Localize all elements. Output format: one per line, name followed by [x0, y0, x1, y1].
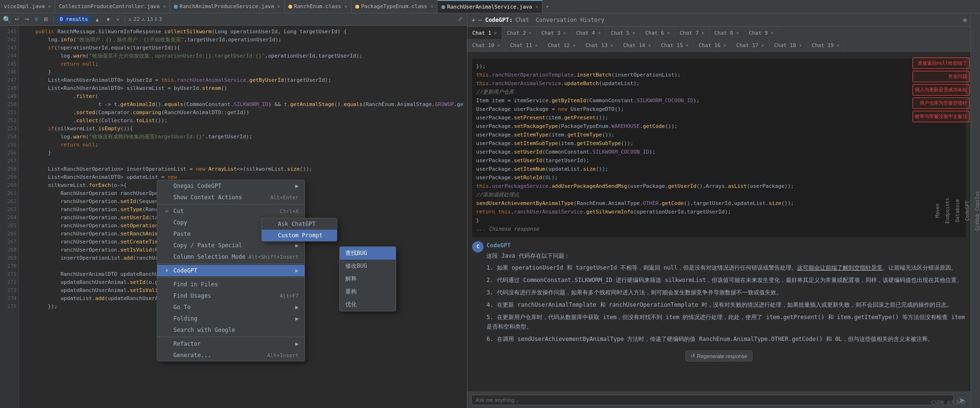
next-result[interactable]: ▼	[104, 16, 113, 23]
menu-find-files[interactable]: Find in Files	[157, 279, 304, 290]
chat-tab-5[interactable]: Chat 5×	[606, 27, 640, 39]
menu-optimize[interactable]: 优化	[340, 298, 396, 311]
chat-input[interactable]	[471, 395, 954, 405]
close-icon[interactable]: ×	[598, 30, 600, 36]
menu-find-usages[interactable]: Find Usages Alt+F7	[157, 290, 304, 301]
chat-tab-2[interactable]: Chat 2×	[502, 27, 537, 39]
cut-icon: ✂	[163, 208, 171, 214]
menu-folding[interactable]: Folding ▶	[157, 313, 304, 324]
tab-ranchuseranimal[interactable]: RanchUserAnimalService.java ×	[438, 0, 542, 13]
menu-column-select[interactable]: Column Selection Mode Alt+Shift+Insert	[157, 251, 304, 262]
menu-codegpt[interactable]: ⚡ CodeGPT ▶	[157, 265, 304, 276]
close-icon[interactable]: ×	[48, 4, 51, 9]
codegpt-side-label[interactable]: CodeGPT	[965, 201, 970, 221]
menu-refactor2[interactable]: 重构	[340, 285, 396, 298]
chat-tab-19[interactable]: Chat 19×	[807, 39, 845, 51]
close-icon[interactable]: ×	[163, 4, 166, 9]
chat-tab-4[interactable]: Chat 4×	[571, 27, 606, 39]
settings-icon[interactable]: ⚙	[963, 17, 967, 23]
close-icon[interactable]: ×	[277, 4, 280, 9]
codegpt-submenu: Ask ChatGPT Custom Prompt	[261, 218, 337, 242]
close-icon[interactable]: ×	[535, 4, 538, 10]
chat-tab-9[interactable]: Chat 9×	[744, 27, 779, 39]
close-icon[interactable]: ×	[702, 30, 704, 36]
menu-fix-bug[interactable]: 修改BUG	[340, 260, 396, 272]
prev-result[interactable]: ▲	[93, 16, 102, 23]
close-icon[interactable]: ×	[799, 43, 802, 48]
close-icon[interactable]: ×	[771, 30, 773, 36]
menu-onegai[interactable]: Onegai CodeGPT ▶	[157, 180, 304, 192]
code-line: userPackage.setItemSubType(item.getItemS…	[476, 139, 962, 148]
conversation-history-btn[interactable]: Conversation History	[536, 17, 605, 23]
chat-tab-10[interactable]: Chat 10×	[467, 39, 505, 51]
menu-generate[interactable]: Generate... Alt+Insert	[157, 350, 304, 361]
search-icon[interactable]: 🔍	[3, 16, 11, 23]
expand-btn[interactable]: ⤢	[456, 15, 464, 23]
close-icon[interactable]: ×	[344, 4, 347, 9]
chat-tab-13[interactable]: Chat 13×	[580, 39, 618, 51]
chat-tab-16[interactable]: Chat 16×	[694, 39, 732, 51]
tab-ranchanimal[interactable]: RanchAnimalProduceService.java ×	[170, 0, 285, 13]
menu-label: Column Selection Mode	[173, 253, 246, 260]
tab-packagetype[interactable]: PackageTypeEnum.class ×	[352, 0, 438, 13]
chat-tab-18[interactable]: Chat 18×	[769, 39, 807, 51]
close-icon[interactable]: ×	[529, 30, 532, 36]
close-icon[interactable]: ×	[497, 43, 500, 48]
close-icon[interactable]: ×	[535, 43, 538, 48]
database-label[interactable]: Database	[955, 199, 960, 222]
menu-explain[interactable]: 解释	[340, 272, 396, 285]
chat-tab-15[interactable]: Chat 15×	[656, 39, 694, 51]
close-icon[interactable]: ×	[723, 43, 726, 48]
close-icon[interactable]: ×	[494, 30, 497, 36]
minus-icon[interactable]: −	[478, 16, 482, 24]
menu-custom-prompt[interactable]: Custom Prompt	[262, 230, 337, 241]
chat-tab-7[interactable]: Chat 7×	[675, 27, 710, 39]
tab-viceimpl[interactable]: viceImpl.java ×	[0, 0, 55, 13]
menu-goto[interactable]: Go To ▶	[157, 301, 304, 313]
more-tabs-btn[interactable]: ▾	[542, 3, 552, 10]
bookmark-btn[interactable]: ⊞	[42, 15, 50, 23]
word-wrap-btn[interactable]: W	[33, 16, 40, 22]
chat-tab-8[interactable]: Chat 8×	[710, 27, 744, 39]
redo-btn[interactable]: ↪	[23, 15, 31, 23]
code-line: public RanchMessage.SilkwormInfoResponse…	[23, 28, 463, 36]
menu-ask-chatgpt[interactable]: Ask ChatGPT	[262, 218, 337, 230]
endpoints-label[interactable]: Endpoints	[945, 198, 950, 223]
menu-search-google[interactable]: Search with Google	[157, 324, 304, 336]
close-icon[interactable]: ×	[572, 43, 575, 48]
menu-separator	[157, 277, 304, 278]
github-copilot-label[interactable]: GitHub Copilot	[975, 191, 980, 231]
code-block: }); this.ranchUserOperationTemplate.inse…	[472, 58, 966, 237]
close-icon[interactable]: ×	[686, 43, 689, 48]
code-line: log.warn("牧场蚕茧不允许你发收集，operationUserId:{}…	[23, 52, 463, 60]
plus-icon[interactable]: +	[471, 16, 475, 24]
maven-label[interactable]: Maven	[935, 204, 940, 218]
tab-ranchenum[interactable]: RanchEnum.class ×	[285, 0, 352, 13]
close-icon[interactable]: ×	[632, 30, 635, 36]
warning-icon: ⚠	[128, 16, 132, 22]
chat-tab-3[interactable]: Chat 3×	[537, 27, 571, 39]
chat-tab-17[interactable]: Chat 17×	[732, 39, 769, 51]
chat-label[interactable]: Chat	[515, 17, 529, 23]
chat-tab-11[interactable]: Chat 11×	[505, 39, 543, 51]
menu-context-actions[interactable]: Show Context Actions Alt+Enter	[157, 192, 304, 203]
close-icon[interactable]: ×	[430, 4, 433, 9]
menu-refactor[interactable]: Refactor ▶	[157, 338, 304, 350]
close-search[interactable]: ×	[114, 16, 121, 23]
close-icon[interactable]: ×	[648, 43, 651, 48]
close-icon[interactable]: ×	[667, 30, 670, 36]
chat-tab-1[interactable]: Chat 1×	[467, 27, 502, 39]
close-icon[interactable]: ×	[610, 43, 613, 48]
menu-cut[interactable]: ✂ Cut Ctrl+X	[157, 205, 304, 217]
chat-tab-12[interactable]: Chat 12×	[543, 39, 580, 51]
undo-btn[interactable]: ↩	[13, 15, 21, 23]
close-icon[interactable]: ×	[736, 30, 739, 36]
chat-tab-6[interactable]: Chat 6×	[640, 27, 675, 39]
close-icon[interactable]: ×	[837, 43, 839, 48]
chat-tab-14[interactable]: Chat 14×	[618, 39, 656, 51]
close-icon[interactable]: ×	[761, 43, 764, 48]
tab-collection[interactable]: CollectionProduceController.java ×	[55, 0, 170, 13]
regenerate-button[interactable]: ↺ Regenerate response	[685, 350, 752, 361]
close-icon[interactable]: ×	[563, 30, 566, 36]
menu-find-bug[interactable]: 查找BUG	[340, 247, 396, 260]
